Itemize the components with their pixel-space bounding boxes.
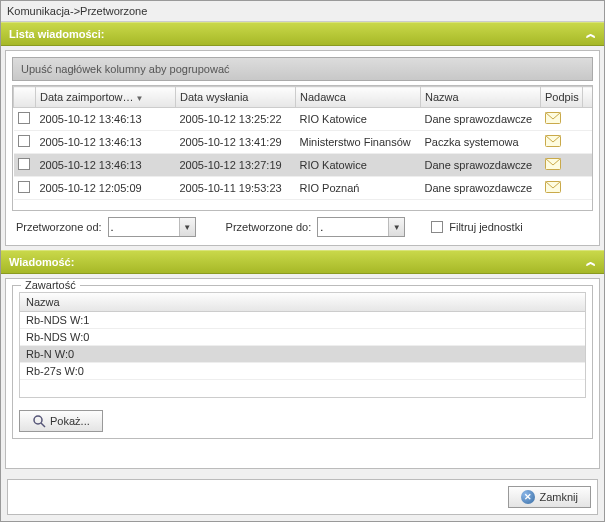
filter-to-dropdown[interactable]: ▼ (388, 218, 404, 236)
cell-signature (541, 177, 583, 200)
cell-imported: 2005-10-12 13:46:13 (36, 108, 176, 131)
row-checkbox[interactable] (18, 181, 30, 193)
table-row[interactable]: 2005-10-12 12:05:092005-10-11 19:53:23RI… (14, 177, 593, 200)
list-item[interactable]: Rb-N W:0 (20, 346, 585, 363)
close-button-label: Zamknij (539, 491, 578, 503)
show-button[interactable]: Pokaż... (19, 410, 103, 432)
cell-sender: RIO Katowice (296, 154, 421, 177)
envelope-icon (545, 181, 561, 193)
envelope-icon (545, 112, 561, 124)
table-row[interactable]: 2005-10-12 13:46:132005-10-12 13:27:19RI… (14, 154, 593, 177)
list-section-header[interactable]: Lista wiadomości: ︽ (1, 22, 604, 46)
message-section-title: Wiadomość: (9, 256, 74, 268)
list-item[interactable]: Rb-NDS W:1 (20, 312, 585, 329)
col-imported[interactable]: Data zaimportow…▼ (36, 87, 176, 108)
col-sender[interactable]: Nadawca (296, 87, 421, 108)
cell-sender: Ministerstwo Finansów (296, 131, 421, 154)
table-row[interactable]: 2005-10-12 13:46:132005-10-12 13:25:22RI… (14, 108, 593, 131)
filter-from-label: Przetworzone od: (16, 221, 102, 233)
content-list[interactable]: Rb-NDS W:1Rb-NDS W:0Rb-N W:0Rb-27s W:0 (19, 312, 586, 398)
row-checkbox[interactable] (18, 158, 30, 170)
col-imported-label: Data zaimportow… (40, 91, 134, 103)
cell-sent: 2005-10-12 13:25:22 (176, 108, 296, 131)
col-checkbox[interactable] (14, 87, 36, 108)
sort-desc-icon: ▼ (136, 94, 144, 103)
col-name[interactable]: Nazwa (421, 87, 541, 108)
list-item[interactable]: Rb-NDS W:0 (20, 329, 585, 346)
svg-line-5 (41, 423, 45, 427)
row-checkbox[interactable] (18, 135, 30, 147)
cell-name: Dane sprawozdawcze (421, 177, 541, 200)
filter-row: Przetworzone od: ▼ Przetworzone do: ▼ Fi… (12, 211, 593, 239)
col-sent[interactable]: Data wysłania (176, 87, 296, 108)
close-button[interactable]: ✕ Zamknij (508, 486, 591, 508)
cell-sent: 2005-10-12 13:27:19 (176, 154, 296, 177)
breadcrumb: Komunikacja->Przetworzone (1, 1, 604, 22)
footer-bar: ✕ Zamknij (7, 479, 598, 515)
envelope-icon (545, 135, 561, 147)
cell-imported: 2005-10-12 13:46:13 (36, 131, 176, 154)
show-button-label: Pokaż... (50, 415, 90, 427)
list-section-title: Lista wiadomości: (9, 28, 104, 40)
collapse-icon: ︽ (586, 27, 596, 41)
filter-units-checkbox[interactable] (431, 221, 443, 233)
message-section-header[interactable]: Wiadomość: ︽ (1, 250, 604, 274)
row-checkbox[interactable] (18, 112, 30, 124)
filter-from-input[interactable]: ▼ (108, 217, 196, 237)
col-extra[interactable] (583, 87, 593, 108)
table-row[interactable]: 2005-10-12 13:46:132005-10-12 13:41:29Mi… (14, 131, 593, 154)
filter-from-dropdown[interactable]: ▼ (179, 218, 195, 236)
cell-sender: RIO Poznań (296, 177, 421, 200)
cell-imported: 2005-10-12 13:46:13 (36, 154, 176, 177)
content-legend: Zawartość (21, 279, 80, 291)
cell-sender: RIO Katowice (296, 108, 421, 131)
cell-signature (541, 108, 583, 131)
filter-to-field[interactable] (318, 218, 388, 236)
content-fieldset: Zawartość Nazwa Rb-NDS W:1Rb-NDS W:0Rb-N… (12, 285, 593, 439)
cell-signature (541, 154, 583, 177)
list-item[interactable]: Rb-27s W:0 (20, 363, 585, 380)
envelope-icon (545, 158, 561, 170)
cell-imported: 2005-10-12 12:05:09 (36, 177, 176, 200)
filter-from-field[interactable] (109, 218, 179, 236)
col-signature[interactable]: Podpis (541, 87, 583, 108)
cell-signature (541, 131, 583, 154)
cell-name: Dane sprawozdawcze (421, 108, 541, 131)
cell-sent: 2005-10-12 13:41:29 (176, 131, 296, 154)
cell-sent: 2005-10-11 19:53:23 (176, 177, 296, 200)
message-panel: Zawartość Nazwa Rb-NDS W:1Rb-NDS W:0Rb-N… (5, 278, 600, 469)
cell-name: Paczka systemowa (421, 131, 541, 154)
content-col-name[interactable]: Nazwa (19, 292, 586, 312)
filter-to-label: Przetworzone do: (226, 221, 312, 233)
list-panel: Upuść nagłówek kolumny aby pogrupować Da… (5, 50, 600, 246)
magnifier-icon (32, 414, 46, 428)
svg-point-4 (34, 416, 42, 424)
filter-units-label: Filtruj jednostki (449, 221, 522, 233)
cell-name: Dane sprawozdawcze (421, 154, 541, 177)
message-table: Data zaimportow…▼ Data wysłania Nadawca … (12, 85, 593, 211)
close-icon: ✕ (521, 490, 535, 504)
collapse-icon: ︽ (586, 255, 596, 269)
filter-to-input[interactable]: ▼ (317, 217, 405, 237)
group-by-bar[interactable]: Upuść nagłówek kolumny aby pogrupować (12, 57, 593, 81)
